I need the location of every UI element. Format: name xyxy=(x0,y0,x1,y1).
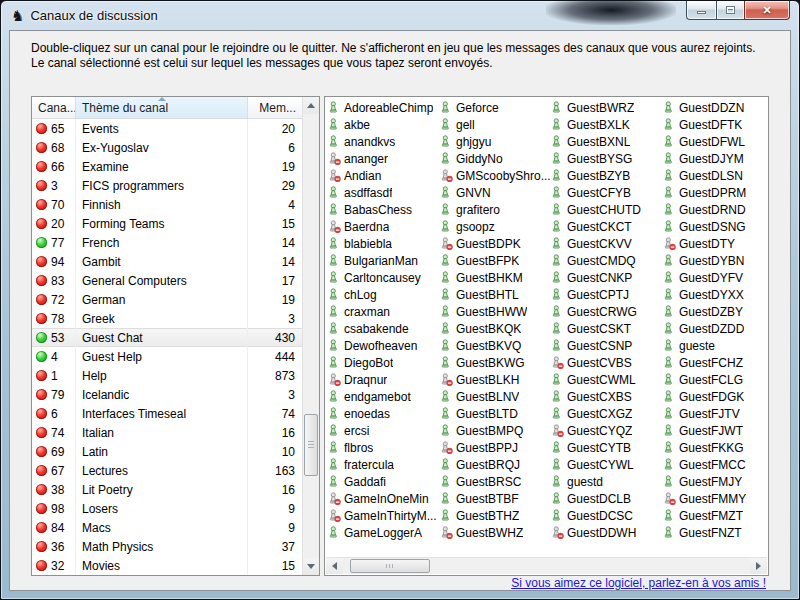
user-item[interactable]: GuestCFYB xyxy=(551,184,663,201)
user-item[interactable]: GuestBTHZ xyxy=(440,507,551,524)
user-item[interactable]: GuestBMPQ xyxy=(440,422,551,439)
user-item[interactable]: GuestCNKP xyxy=(551,269,663,286)
user-item[interactable]: GuestFCHZ xyxy=(663,354,766,371)
channel-row[interactable]: 66 Examine 19 xyxy=(32,157,302,176)
user-item[interactable]: GuestFNZT xyxy=(663,524,766,541)
user-item[interactable]: GuestBPPJ xyxy=(440,439,551,456)
user-item[interactable]: GuestBHTL xyxy=(440,286,551,303)
user-item[interactable]: csabakende xyxy=(328,320,440,337)
user-item[interactable]: fratercula xyxy=(328,456,440,473)
maximize-button[interactable] xyxy=(716,1,744,20)
user-item[interactable]: GuestDRND xyxy=(663,201,766,218)
user-item[interactable]: GuestDYXX xyxy=(663,286,766,303)
scroll-right-button[interactable] xyxy=(750,558,767,574)
channel-row[interactable]: 74 Italian 16 xyxy=(32,423,302,442)
user-item[interactable]: GuestBWHZ xyxy=(440,524,551,541)
user-item[interactable]: GuestBWRZ xyxy=(551,99,663,116)
user-item[interactable]: GuestDCLB xyxy=(551,490,663,507)
channel-row[interactable]: 53 Guest Chat 430 xyxy=(32,328,302,347)
user-item[interactable]: Carltoncausey xyxy=(328,269,440,286)
user-item[interactable]: GuestBDPK xyxy=(440,235,551,252)
user-item[interactable]: GameLoggerA xyxy=(328,524,440,541)
channel-row[interactable]: 84 Macs 9 xyxy=(32,518,302,537)
channel-row[interactable]: 72 German 19 xyxy=(32,290,302,309)
user-item[interactable]: ghjgyu xyxy=(440,133,551,150)
user-item[interactable]: GuestDZDD xyxy=(663,320,766,337)
user-item[interactable]: Draqnur xyxy=(328,371,440,388)
user-item[interactable]: GuestDYFV xyxy=(663,269,766,286)
user-item[interactable]: enoedas xyxy=(328,405,440,422)
user-item[interactable]: GuestCPTJ xyxy=(551,286,663,303)
user-item[interactable]: chLog xyxy=(328,286,440,303)
user-item[interactable]: GuestCHUTD xyxy=(551,201,663,218)
channel-row[interactable]: 36 Math Physics 37 xyxy=(32,537,302,556)
user-item[interactable]: GuestDCSC xyxy=(551,507,663,524)
channel-row[interactable]: 6 Interfaces Timeseal 74 xyxy=(32,404,302,423)
user-item[interactable]: GuestDYBN xyxy=(663,252,766,269)
scroll-left-button[interactable] xyxy=(326,558,343,574)
channel-row[interactable]: 78 Greek 3 xyxy=(32,309,302,328)
user-item[interactable]: GuestCYWL xyxy=(551,456,663,473)
share-link[interactable]: Si vous aimez ce logiciel, parlez-en à v… xyxy=(511,576,766,590)
channel-row[interactable]: 3 FICS programmers 29 xyxy=(32,176,302,195)
user-item[interactable]: GuestDDWH xyxy=(551,524,663,541)
user-item[interactable]: GuestFJWT xyxy=(663,422,766,439)
user-item[interactable]: GuestCMDQ xyxy=(551,252,663,269)
user-item[interactable]: GuestCRWG xyxy=(551,303,663,320)
user-item[interactable]: flbros xyxy=(328,439,440,456)
user-item[interactable]: gsoopz xyxy=(440,218,551,235)
user-item[interactable]: GuestCXBS xyxy=(551,388,663,405)
user-item[interactable]: GuestCKCT xyxy=(551,218,663,235)
user-item[interactable]: akbe xyxy=(328,116,440,133)
user-item[interactable]: craxman xyxy=(328,303,440,320)
user-item[interactable]: GuestBXLK xyxy=(551,116,663,133)
user-item[interactable]: GuestFDGK xyxy=(663,388,766,405)
user-item[interactable]: GuestCVBS xyxy=(551,354,663,371)
user-item[interactable]: guestd xyxy=(551,473,663,490)
user-item[interactable]: GuestCWML xyxy=(551,371,663,388)
user-item[interactable]: GuestCSNP xyxy=(551,337,663,354)
user-item[interactable]: GuestBLNV xyxy=(440,388,551,405)
user-item[interactable]: GMScoobyShro... xyxy=(440,167,551,184)
user-item[interactable]: GameInThirtyM... xyxy=(328,507,440,524)
user-item[interactable]: GNVN xyxy=(440,184,551,201)
user-item[interactable]: GiddyNo xyxy=(440,150,551,167)
user-item[interactable]: ercsi xyxy=(328,422,440,439)
user-item[interactable]: Dewofheaven xyxy=(328,337,440,354)
channel-row[interactable]: 38 Lit Poetry 16 xyxy=(32,480,302,499)
channel-row[interactable]: 79 Icelandic 3 xyxy=(32,385,302,404)
user-item[interactable]: GuestFMMY xyxy=(663,490,766,507)
horizontal-scroll-thumb[interactable] xyxy=(350,559,430,573)
user-item[interactable]: GuestBZYB xyxy=(551,167,663,184)
user-item[interactable]: gueste xyxy=(663,337,766,354)
channel-row[interactable]: 94 Gambit 14 xyxy=(32,252,302,271)
channel-row[interactable]: 20 Forming Teams 15 xyxy=(32,214,302,233)
user-item[interactable]: AdoreableChimp xyxy=(328,99,440,116)
user-item[interactable]: BulgarianMan xyxy=(328,252,440,269)
user-item[interactable]: Andian xyxy=(328,167,440,184)
user-item[interactable]: GuestBKVQ xyxy=(440,337,551,354)
user-item[interactable]: GuestBLKH xyxy=(440,371,551,388)
user-item[interactable]: Baerdna xyxy=(328,218,440,235)
column-header-theme[interactable]: Thème du canal xyxy=(76,97,248,118)
user-item[interactable]: GuestBHWW xyxy=(440,303,551,320)
user-item[interactable]: DiegoBot xyxy=(328,354,440,371)
user-item[interactable]: GuestCKVV xyxy=(551,235,663,252)
user-item[interactable]: GuestDSNG xyxy=(663,218,766,235)
column-header-channel[interactable]: Cana... xyxy=(32,97,76,118)
user-item[interactable]: GuestDFTK xyxy=(663,116,766,133)
user-item[interactable]: GuestDJYM xyxy=(663,150,766,167)
channel-row[interactable]: 77 French 14 xyxy=(32,233,302,252)
user-item[interactable]: GameInOneMin xyxy=(328,490,440,507)
user-item[interactable]: GuestFCLG xyxy=(663,371,766,388)
channel-row[interactable]: 1 Help 873 xyxy=(32,366,302,385)
channel-row[interactable]: 65 Events 20 xyxy=(32,119,302,138)
user-item[interactable]: GuestFJTV xyxy=(663,405,766,422)
user-item[interactable]: GuestBHKM xyxy=(440,269,551,286)
user-item[interactable]: GuestFMCC xyxy=(663,456,766,473)
user-item[interactable]: GuestBFPK xyxy=(440,252,551,269)
channel-row[interactable]: 83 General Computers 17 xyxy=(32,271,302,290)
channel-row[interactable]: 70 Finnish 4 xyxy=(32,195,302,214)
user-item[interactable]: GuestDTY xyxy=(663,235,766,252)
channel-row[interactable]: 98 Losers 9 xyxy=(32,499,302,518)
